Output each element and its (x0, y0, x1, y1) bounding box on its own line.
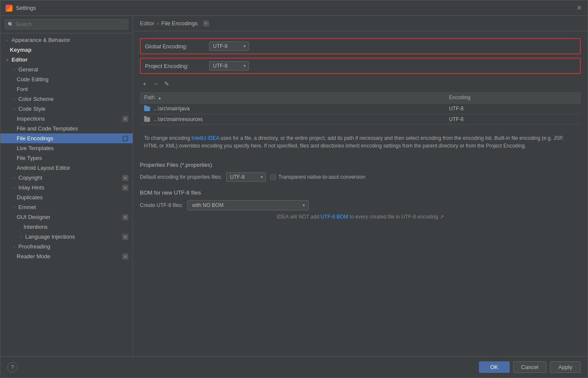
close-button[interactable]: ✕ (576, 5, 582, 12)
search-input[interactable] (5, 19, 128, 30)
transparent-checkbox[interactable] (270, 174, 276, 180)
footer: ? OK Cancel Apply (0, 356, 588, 378)
bom-select-wrapper: with NO BOM with BOM with BOM only for f… (187, 200, 309, 210)
sidebar-item-proofreading[interactable]: › Proofreading (0, 242, 133, 251)
chevron-right-icon: › (12, 176, 17, 180)
properties-encoding-row: Default encoding for properties files: U… (140, 172, 581, 182)
sidebar-item-file-encodings[interactable]: File Encodings ≡ (0, 133, 133, 143)
badge-icon: ≡ (122, 214, 128, 220)
add-button[interactable]: + (140, 79, 149, 89)
sidebar-item-copyright[interactable]: › Copyright ≡ (0, 173, 133, 183)
badge-icon: ≡ (122, 136, 128, 142)
sidebar-item-code-style[interactable]: › Code Style (0, 104, 133, 114)
sidebar-item-general[interactable]: › General (0, 65, 133, 74)
row-path: ...\src\main\java (140, 103, 445, 114)
sidebar-item-label: Keymap (10, 47, 32, 53)
table-row[interactable]: ...\src\main\java UTF-8 (140, 103, 581, 114)
chevron-right-icon: › (12, 97, 17, 101)
sidebar-item-inspections[interactable]: Inspections ≡ (0, 114, 133, 124)
remove-button[interactable]: − (151, 79, 160, 89)
sidebar-item-intentions[interactable]: Intentions (0, 222, 133, 232)
sidebar-item-file-code-templates[interactable]: File and Code Templates (0, 124, 133, 133)
badge-icon: ≡ (122, 116, 128, 122)
sidebar-item-color-scheme[interactable]: › Color Scheme (0, 94, 133, 104)
sidebar-item-editor[interactable]: ∨ Editor (0, 55, 133, 65)
cancel-button[interactable]: Cancel (513, 361, 547, 373)
sidebar-item-label: Copyright (18, 174, 42, 181)
sidebar-item-emmet[interactable]: › Emmet (0, 202, 133, 212)
properties-section-header: Properties Files (*.properties) (140, 162, 581, 168)
sidebar-item-label: Code Editing (17, 76, 48, 83)
properties-encoding-select[interactable]: UTF-8 UTF-16 ISO-8859-1 (226, 172, 266, 182)
sidebar-item-label: File Types (17, 155, 42, 161)
bom-row: Create UTF-8 files: with NO BOM with BOM… (140, 200, 581, 210)
sidebar-tree: › Appearance & Behavior Keymap ∨ Editor … (0, 33, 133, 356)
col-path-label: Path (144, 94, 155, 100)
chevron-right-icon: › (12, 186, 17, 190)
sidebar-item-label: Proofreading (18, 243, 50, 250)
breadcrumb-icon: ≡ (203, 21, 209, 27)
chevron-right-icon: › (12, 205, 17, 210)
project-encoding-row: Project Encoding: UTF-8 UTF-16 ISO-8859-… (140, 58, 581, 74)
create-utf8-label: Create UTF-8 files: (140, 202, 183, 208)
sidebar-item-file-types[interactable]: File Types (0, 153, 133, 163)
global-encoding-select[interactable]: UTF-8 UTF-16 ISO-8859-1 (209, 41, 249, 51)
row-encoding: UTF-8 (445, 114, 581, 125)
sidebar-item-gui-designer[interactable]: GUI Designer ≡ (0, 212, 133, 222)
chevron-right-icon: › (12, 68, 17, 72)
sidebar-item-keymap[interactable]: Keymap (0, 45, 133, 55)
sidebar-item-duplicates[interactable]: Duplicates (0, 192, 133, 202)
bom-note: IDEA will NOT add UTF-8 BOM to every cre… (140, 214, 581, 220)
folder-gray-icon (144, 117, 150, 122)
breadcrumb: Editor › File Encodings ≡ (133, 16, 588, 31)
ok-button[interactable]: OK (479, 361, 510, 373)
breadcrumb-parent: Editor (140, 20, 154, 27)
app-icon (6, 5, 12, 12)
project-encoding-select[interactable]: UTF-8 UTF-16 ISO-8859-1 (209, 61, 249, 71)
sidebar-item-label: Duplicates (17, 194, 43, 201)
settings-icon: ≡ (203, 21, 209, 27)
sidebar-item-label: Appearance & Behavior (12, 37, 70, 43)
sidebar-item-android-layout[interactable]: Android Layout Editor (0, 163, 133, 173)
title-bar: Settings ✕ (0, 0, 588, 16)
sidebar-item-label: Color Scheme (18, 96, 53, 102)
project-encoding-label: Project Encoding: (145, 63, 205, 69)
sidebar-item-label: Inlay Hints (18, 184, 44, 191)
sidebar-item-label: Font (17, 86, 28, 92)
table-row[interactable]: ...\src\main\resources UTF-8 (140, 114, 581, 125)
footer-left: ? (7, 362, 476, 372)
sidebar-item-language-injections[interactable]: › Language Injections ≡ (0, 232, 133, 242)
row-path: ...\src\main\resources (140, 114, 445, 125)
edit-button[interactable]: ✎ (162, 79, 171, 89)
project-encoding-select-wrapper: UTF-8 UTF-16 ISO-8859-1 (209, 61, 249, 71)
chevron-right-icon: › (12, 245, 17, 249)
help-button[interactable]: ? (7, 362, 18, 372)
col-encoding-label: Encoding (449, 94, 470, 100)
sidebar-item-label: General (18, 66, 38, 73)
encodings-table: Path ▲ Encoding ...\src\mai (140, 92, 581, 125)
sidebar-item-font[interactable]: Font (0, 84, 133, 94)
default-encoding-label: Default encoding for properties files: (140, 174, 222, 180)
badge-icon: ≡ (122, 185, 128, 191)
sidebar-item-label: Intentions (24, 224, 47, 230)
bom-select[interactable]: with NO BOM with BOM with BOM only for f… (187, 200, 309, 210)
sidebar-item-appearance[interactable]: › Appearance & Behavior (0, 35, 133, 45)
row-encoding: UTF-8 (445, 103, 581, 114)
sidebar-item-code-editing[interactable]: Code Editing (0, 74, 133, 84)
info-text-content: To change encoding IntelliJ IDEA uses fo… (144, 135, 564, 149)
global-encoding-row: Global Encoding: UTF-8 UTF-16 ISO-8859-1 (140, 38, 581, 54)
info-text: To change encoding IntelliJ IDEA uses fo… (140, 130, 581, 154)
sidebar-item-label: Live Templates (17, 145, 53, 151)
column-encoding[interactable]: Encoding (445, 92, 581, 103)
column-path[interactable]: Path ▲ (140, 92, 445, 103)
badge-icon: ≡ (122, 254, 128, 260)
main-content-area: Global Encoding: UTF-8 UTF-16 ISO-8859-1… (133, 31, 588, 356)
title-bar-text: Settings (16, 5, 576, 11)
sidebar-item-label: GUI Designer (17, 214, 50, 220)
global-encoding-label: Global Encoding: (145, 43, 205, 50)
sidebar-item-inlay-hints[interactable]: › Inlay Hints ≡ (0, 183, 133, 192)
apply-button[interactable]: Apply (550, 361, 581, 373)
sidebar-item-reader-mode[interactable]: Reader Mode ≡ (0, 251, 133, 261)
bom-link[interactable]: UTF-8 BOM (321, 214, 349, 220)
sidebar-item-live-templates[interactable]: Live Templates (0, 143, 133, 153)
